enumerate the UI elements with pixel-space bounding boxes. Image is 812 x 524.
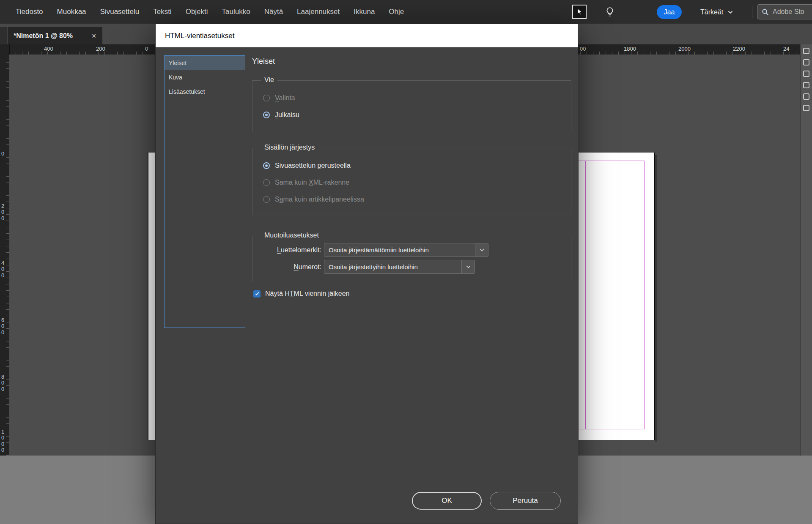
- show-html-checkbox-row: Näytä HTML viennin jälkeen: [253, 290, 350, 297]
- radio-artikkelipaneeli: Sama kuin artikkelipaneelissa: [263, 195, 364, 204]
- radio-icon: [263, 196, 270, 203]
- stock-search-input[interactable]: Adobe Sto: [757, 4, 812, 19]
- share-button[interactable]: Jaa: [657, 5, 682, 19]
- check-icon: [255, 291, 260, 296]
- menu-items: Tiedosto Muokkaa Sivuasettelu Teksti Obj…: [16, 0, 418, 24]
- ok-button[interactable]: OK: [412, 492, 482, 510]
- radio-sivuasettelun-perusteella[interactable]: Sivuasettelun perusteella: [263, 161, 351, 170]
- radio-valinta-label: Valinta: [275, 94, 295, 102]
- search-text: Adobe Sto: [773, 8, 804, 16]
- sidebar-item-yleiset[interactable]: Yleiset: [165, 56, 245, 70]
- dialog-title-bar: HTML-vientiasetukset: [156, 24, 578, 47]
- ruler-number: 0: [1, 151, 5, 157]
- ruler-number: 0: [145, 46, 148, 52]
- menu-item-tiedosto[interactable]: Tiedosto: [16, 8, 43, 16]
- margin-guide-bottom: [579, 429, 645, 429]
- cursor-icon: [575, 8, 584, 16]
- ruler-number: 00: [580, 46, 586, 52]
- menu-item-laajennukset[interactable]: Laajennukset: [297, 8, 340, 16]
- radio-icon: [263, 179, 270, 186]
- radio-xml-rakenne: Sama kuin XML-rakenne: [263, 178, 349, 187]
- dock-panel-icon[interactable]: [803, 48, 809, 54]
- sidebar-item-lisaasetukset[interactable]: Lisäasetukset: [165, 85, 245, 99]
- menu-item-taulukko[interactable]: Taulukko: [222, 8, 250, 16]
- discover-button[interactable]: [602, 4, 617, 19]
- dock-panel-icon[interactable]: [803, 71, 809, 77]
- numbers-dropdown[interactable]: Osoita järjestettyihin luetteloihin: [324, 260, 475, 274]
- ruler-number: 800: [1, 374, 5, 392]
- menu-item-sivuasettelu[interactable]: Sivuasettelu: [100, 8, 140, 16]
- radio-julkaisu[interactable]: Julkaisu: [263, 110, 299, 120]
- ruler-number: 1800: [624, 46, 636, 52]
- ruler-number: 2000: [678, 46, 691, 52]
- menu-item-objekti[interactable]: Objekti: [186, 8, 208, 16]
- tab-close-icon[interactable]: ✕: [91, 33, 96, 39]
- workspace-switcher[interactable]: Tärkeät: [700, 5, 733, 19]
- numbers-label: Numerot:: [253, 263, 321, 271]
- bullets-label: Luettelomerkit:: [253, 246, 321, 254]
- menubar-divider: [752, 6, 752, 18]
- radio-xml-label: Sama kuin XML-rakenne: [275, 179, 349, 186]
- document-tab-title: *Nimetön 1 @ 80%: [14, 32, 73, 40]
- panel-dock: [800, 44, 812, 456]
- margin-guide-left: [585, 161, 586, 429]
- group-vie: Vie: [252, 80, 571, 132]
- document-tab[interactable]: *Nimetön 1 @ 80% ✕: [8, 27, 102, 44]
- chevron-down-icon: [475, 243, 488, 257]
- bullets-dropdown-value: Osoita järjestämättömiin luetteloihin: [324, 246, 475, 254]
- show-html-checkbox-label: Näytä HTML viennin jälkeen: [265, 290, 350, 297]
- radio-icon: [263, 95, 270, 101]
- page-shadow: [655, 155, 657, 442]
- vertical-ruler: 0 200 400 600 800 1000: [0, 55, 9, 456]
- heading-divider: [252, 70, 571, 70]
- radio-julkaisu-label: Julkaisu: [275, 111, 299, 119]
- ruler-number: 2200: [733, 46, 745, 52]
- menu-item-ikkuna[interactable]: Ikkuna: [354, 8, 375, 16]
- search-icon: [762, 8, 769, 16]
- radio-selected-icon: [263, 112, 270, 118]
- dock-panel-icon[interactable]: [803, 93, 809, 100]
- page-spread-right: [579, 153, 654, 440]
- margin-guide-top: [579, 161, 645, 161]
- pointer-tool-button[interactable]: [572, 5, 587, 19]
- radio-valinta: Valinta: [263, 93, 295, 103]
- ruler-number: 400: [44, 46, 53, 52]
- dialog-title: HTML-vientiasetukset: [165, 32, 234, 40]
- radio-selected-icon: [263, 162, 270, 169]
- tab-bar-corner: [0, 27, 7, 44]
- lightbulb-icon: [604, 6, 615, 17]
- ruler-number: 400: [1, 260, 5, 278]
- dock-panel-icon[interactable]: [803, 59, 809, 66]
- numbers-dropdown-value: Osoita järjestettyihin luetteloihin: [324, 263, 461, 270]
- group-jarjestys-legend: Sisällön järjestys: [261, 144, 318, 151]
- ruler-number: 24: [783, 46, 789, 52]
- panel-heading: Yleiset: [252, 57, 275, 66]
- ruler-number: 600: [1, 317, 5, 336]
- sidebar-item-kuva[interactable]: Kuva: [165, 70, 245, 85]
- chevron-down-icon: [728, 11, 733, 14]
- menu-item-ohje[interactable]: Ohje: [389, 8, 404, 16]
- menu-item-nayta[interactable]: Näytä: [264, 8, 283, 16]
- menu-bar: Tiedosto Muokkaa Sivuasettelu Teksti Obj…: [0, 0, 812, 24]
- ruler-number: 200: [96, 46, 105, 52]
- show-html-checkbox[interactable]: [253, 290, 261, 297]
- group-muotoilu-legend: Muotoiluasetukset: [261, 232, 322, 239]
- ruler-number: 1000: [1, 429, 5, 453]
- ruler-corner: [0, 44, 10, 55]
- margin-guide-right: [644, 161, 645, 429]
- menu-item-teksti[interactable]: Teksti: [153, 8, 171, 16]
- cancel-button[interactable]: Peruuta: [490, 492, 561, 510]
- dock-panel-icon[interactable]: [803, 105, 809, 111]
- html-export-dialog: HTML-vientiasetukset Yleiset Kuva Lisäas…: [155, 24, 578, 524]
- chevron-down-icon: [461, 260, 475, 273]
- radio-artikkeli-label: Sama kuin artikkelipaneelissa: [275, 196, 364, 203]
- ruler-number: 200: [1, 203, 5, 221]
- dock-panel-icon[interactable]: [803, 82, 809, 88]
- page-spread-left: [148, 153, 155, 440]
- workspace-label: Tärkeät: [700, 8, 723, 16]
- menu-item-muokkaa[interactable]: Muokkaa: [57, 8, 86, 16]
- bullets-dropdown[interactable]: Osoita järjestämättömiin luetteloihin: [324, 243, 488, 257]
- dialog-sidebar: Yleiset Kuva Lisäasetukset: [164, 55, 245, 328]
- radio-perusteella-label: Sivuasettelun perusteella: [275, 162, 351, 169]
- group-vie-legend: Vie: [261, 76, 277, 84]
